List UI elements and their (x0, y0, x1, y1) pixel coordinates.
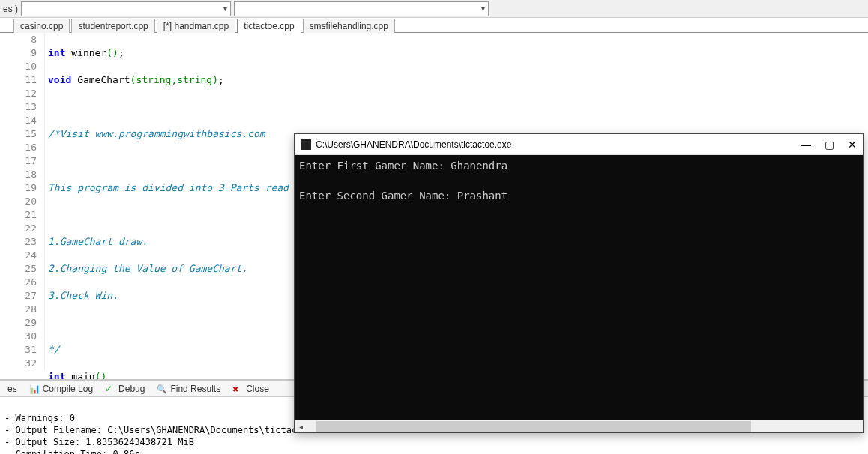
line-gutter: 8 9 10 11 12 13 14 15 16 17 18 19 20 21 … (0, 33, 45, 370)
console-horizontal-scrollbar[interactable]: ◂ (295, 420, 863, 432)
console-title-text: C:\Users\GHANENDRA\Documents\tictactoe.e… (316, 139, 511, 150)
minimize-icon[interactable]: — (801, 139, 811, 151)
scroll-left-icon[interactable]: ◂ (295, 423, 307, 431)
tab-tictactoe[interactable]: tictactoe.cpp (237, 19, 301, 33)
console-window[interactable]: C:\Users\GHANENDRA\Documents\tictactoe.e… (294, 133, 864, 433)
console-output[interactable]: Enter First Gamer Name: Ghanendra Enter … (295, 155, 863, 420)
tab-smsfilehandling[interactable]: smsfilehandling.cpp (303, 19, 395, 33)
chart-icon (29, 384, 40, 394)
close-icon (232, 384, 243, 394)
tab-close[interactable]: Close (226, 382, 275, 396)
close-window-icon[interactable]: ✕ (848, 139, 857, 151)
maximize-icon[interactable]: ▢ (825, 139, 834, 151)
tab-handman[interactable]: [*] handman.cpp (157, 19, 235, 33)
console-titlebar[interactable]: C:\Users\GHANENDRA\Documents\tictactoe.e… (295, 134, 863, 155)
scope-dropdown[interactable]: ▾ (21, 1, 231, 16)
chevron-down-icon: ▾ (223, 4, 227, 13)
tab-casino[interactable]: casino.cpp (13, 19, 70, 33)
tab-find-results[interactable]: Find Results (151, 382, 226, 396)
tab-compile-log[interactable]: Compile Log (23, 382, 99, 396)
scrollbar-thumb[interactable] (316, 421, 751, 432)
top-toolbar: es ) ▾ ▾ (0, 0, 868, 18)
function-dropdown[interactable]: ▾ (234, 1, 489, 16)
chevron-down-icon: ▾ (481, 4, 485, 13)
check-icon (105, 384, 115, 394)
file-tabs: casino.cpp studentreport.cpp [*] handman… (0, 18, 868, 33)
tab-studentreport[interactable]: studentreport.cpp (71, 19, 154, 33)
app-icon (301, 139, 311, 150)
toolbar-left-text: es ) (0, 4, 21, 14)
tab-partial[interactable]: es (1, 382, 23, 396)
search-icon (157, 384, 167, 394)
tab-debug[interactable]: Debug (99, 382, 151, 396)
